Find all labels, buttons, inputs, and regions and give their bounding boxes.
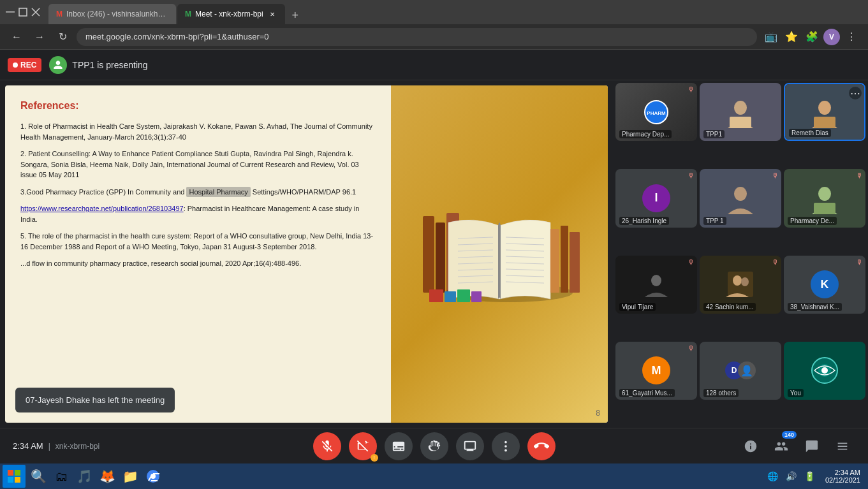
taskbar-clock[interactable]: 2:34 AM 02/12/2021: [820, 469, 865, 484]
vaishnavi-name: 38_Vaishnavi K...: [788, 303, 842, 311]
svg-rect-39: [814, 203, 835, 214]
presentation-area: References: 1. Role of Pharmacist in Hea…: [0, 80, 613, 428]
present-button[interactable]: [456, 432, 484, 460]
menu-button[interactable]: ⋮: [842, 28, 860, 46]
slide-ref-4: https://www.researchgate.net/publication…: [20, 203, 376, 224]
slide-ref-3: 3.Good Pharmacy Practice (GPP) In Commun…: [20, 187, 376, 198]
ref-5-text: 5. The role of the pharmacist in the hea…: [20, 232, 373, 251]
svg-text:PHARM: PHARM: [647, 110, 666, 116]
info-button[interactable]: [738, 434, 763, 459]
forward-button[interactable]: →: [31, 28, 48, 46]
remeth-options[interactable]: ⋯: [849, 87, 862, 99]
activities-button[interactable]: [830, 434, 855, 459]
extensions-button[interactable]: 🧩: [803, 28, 821, 46]
ref-4-link: https://www.researchgate.net/publication…: [20, 205, 184, 212]
tab-gmail[interactable]: M Inbox (246) - vishinsalunkhe@g...: [48, 4, 176, 24]
browser-actions: 📺 ⭐ 🧩 V ⋮: [762, 28, 860, 46]
ref-2-text: 2. Patient Counselling: A Way to Enhance…: [20, 150, 359, 179]
minimize-button[interactable]: [5, 7, 15, 17]
participant-tile-128-others: D 👤 128 others: [700, 342, 781, 400]
bookmark-button[interactable]: ⭐: [783, 28, 800, 46]
hospital-pharmacy-highlight: Hospital Pharmacy: [186, 187, 250, 197]
slide-right: 8: [391, 85, 608, 423]
tab-meet[interactable]: M Meet - xnk-xbrm-bpi ✕: [177, 4, 285, 24]
remeth-dias-name: Remeth Dias: [789, 129, 831, 137]
participant-count-badge: 140: [782, 431, 797, 439]
more-options-button[interactable]: [492, 432, 520, 460]
start-button[interactable]: [3, 465, 26, 488]
slide-ref-5: 5. The role of the pharmacist in the hea…: [20, 231, 376, 252]
taskbar-sys: 🌐 🔊 🔋: [765, 469, 818, 484]
tab-close-button[interactable]: ✕: [267, 9, 277, 19]
control-bar: 2:34 AM | xnk-xbrm-bpi !: [0, 428, 868, 463]
gayatri-name: 61_Gayatri Mus...: [619, 389, 675, 397]
svg-point-40: [651, 275, 661, 286]
svg-point-48: [504, 445, 507, 448]
svg-rect-50: [8, 470, 13, 476]
svg-point-37: [734, 187, 747, 201]
notification-toast: 07-Jayesh Dhake has left the meeting: [15, 388, 175, 413]
address-bar: ← → ↻ 📺 ⭐ 🧩 V ⋮: [0, 24, 868, 50]
taskbar: 🔍 🗂 🎵 🦊 📁 🌐 🔊 🔋 2:34 AM 02/12/2021: [0, 463, 868, 489]
cast-button[interactable]: 📺: [762, 28, 780, 46]
vipul-name: Vipul Tijare: [619, 303, 656, 311]
participants-btn-wrap: 140: [769, 434, 794, 459]
participants-grid: PHARM 🎙 Pharmacy Dep... TPP1: [613, 80, 868, 428]
cam-button[interactable]: !: [349, 432, 377, 460]
maximize-button[interactable]: [18, 7, 28, 17]
sys-battery[interactable]: 🔋: [802, 469, 818, 484]
meet-header: REC TPP1 is presenting: [0, 50, 868, 80]
end-call-button[interactable]: [527, 432, 555, 460]
window-controls[interactable]: [5, 7, 41, 17]
vaishnavi-mute: 🎙: [856, 258, 863, 266]
ref-1-text: 1. Role of Pharmacist in Health Care Sys…: [20, 122, 372, 141]
sys-volume[interactable]: 🔊: [783, 469, 799, 484]
presenting-badge: TPP1 is presenting: [49, 56, 147, 74]
pharmacy-dep-name: Pharmacy Dep...: [619, 130, 672, 138]
gayatri-avatar: M: [642, 356, 670, 384]
participant-tile-pharmacy-de2: 🎙 Pharmacy De...: [784, 169, 865, 227]
svg-rect-1: [19, 8, 27, 16]
taskbar-folder[interactable]: 📁: [120, 466, 140, 486]
participant-tile-harish: I 🎙 26_Harish Ingle: [615, 169, 697, 227]
raise-hand-button[interactable]: [420, 432, 448, 460]
taskbar-media[interactable]: 🎵: [74, 466, 94, 486]
svg-point-47: [504, 441, 507, 443]
participant-tile-tpp1-2: 🎙 TPP 1: [700, 169, 781, 227]
taskbar-date: 02/12/2021: [825, 476, 860, 484]
mic-button[interactable]: [313, 432, 341, 460]
rec-dot: [13, 62, 18, 68]
tpp1-2-name: TPP 1: [703, 217, 726, 225]
svg-rect-25: [561, 226, 568, 293]
slide-title: References:: [20, 98, 376, 113]
svg-rect-0: [6, 11, 15, 13]
address-input[interactable]: [77, 28, 757, 46]
reload-button[interactable]: ↻: [54, 28, 71, 46]
slide-ref-6: ...d flow in community pharmacy practice…: [20, 258, 376, 269]
new-tab-button[interactable]: +: [286, 6, 304, 24]
sachin-mute: 🎙: [772, 258, 779, 266]
svg-rect-27: [429, 289, 443, 302]
slide-number: 8: [596, 409, 600, 418]
participant-tile-pharmacy-dep: PHARM 🎙 Pharmacy Dep...: [615, 83, 697, 141]
chat-button[interactable]: [799, 434, 825, 459]
close-window-button[interactable]: [31, 7, 41, 17]
taskbar-time: 2:34 AM: [825, 469, 860, 476]
taskbar-chrome[interactable]: [143, 466, 163, 486]
svg-rect-53: [15, 477, 20, 483]
rec-badge: REC: [8, 58, 41, 72]
book-illustration: [410, 191, 589, 318]
separator: |: [48, 442, 50, 451]
svg-rect-26: [570, 232, 580, 293]
profile-avatar[interactable]: V: [823, 29, 840, 45]
sys-network[interactable]: 🌐: [765, 469, 781, 484]
taskbar-taskview[interactable]: 🗂: [51, 466, 71, 486]
back-button[interactable]: ←: [8, 28, 26, 46]
captions-button[interactable]: [385, 432, 413, 460]
taskbar-firefox[interactable]: 🦊: [97, 466, 117, 486]
harish-mute: 🎙: [688, 172, 695, 179]
sachin-name: 42 Sachin kum...: [703, 303, 756, 311]
svg-point-33: [734, 101, 747, 115]
taskbar-search[interactable]: 🔍: [28, 466, 48, 486]
pharmacy-dep-mute: 🎙: [688, 85, 695, 93]
